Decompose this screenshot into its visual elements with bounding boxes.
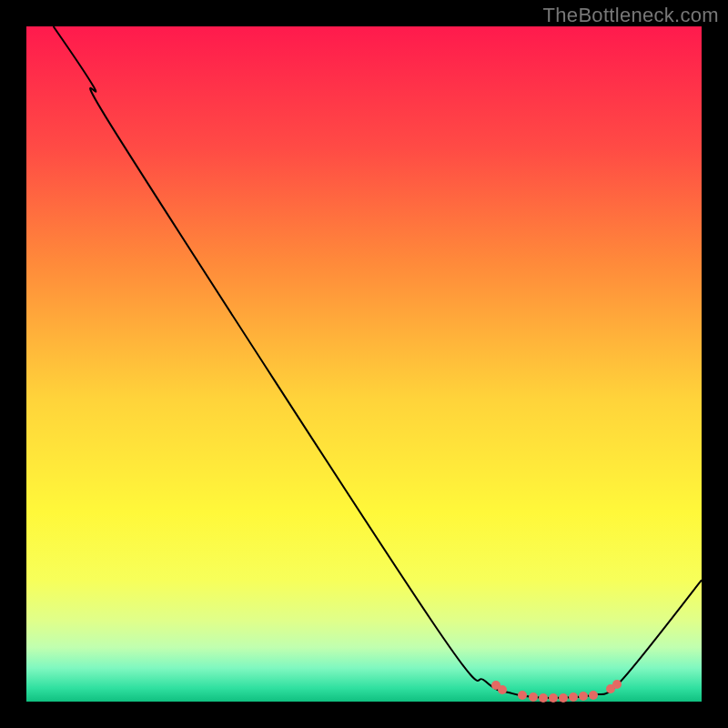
watermark-text: TheBottleneck.com: [543, 4, 719, 27]
background-gradient: [26, 26, 702, 702]
svg-rect-0: [26, 26, 702, 702]
plot-area: [26, 26, 702, 702]
chart-frame: TheBottleneck.com: [0, 0, 728, 728]
